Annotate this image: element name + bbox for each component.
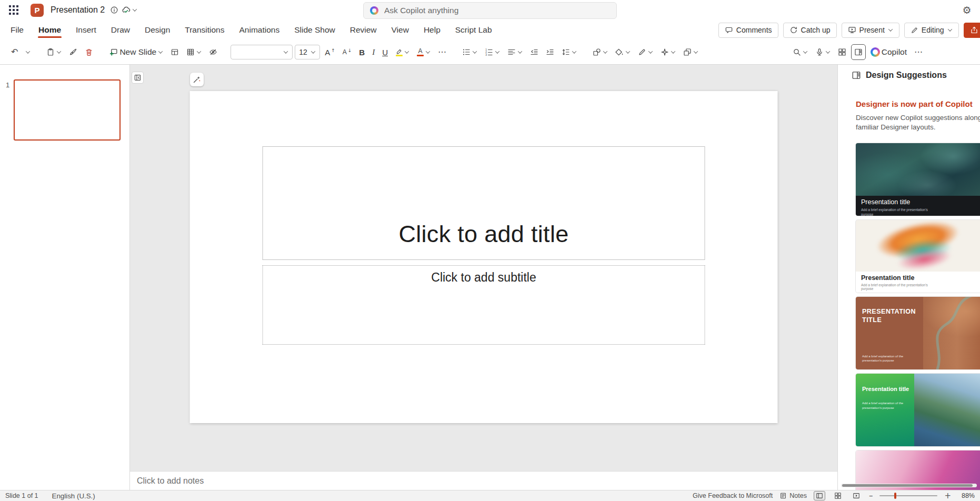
- more-font-options-button[interactable]: ⋯: [435, 44, 449, 61]
- ribbon-more-button[interactable]: ⋯: [912, 44, 925, 61]
- design-suggestion-card[interactable]: PRESENTATION TITLE Add a brief explanati…: [856, 297, 980, 369]
- copilot-search-box[interactable]: [363, 2, 617, 19]
- tab-animations[interactable]: Animations: [232, 20, 287, 40]
- font-family-select[interactable]: [231, 45, 293, 59]
- designer-suggestion-button[interactable]: [190, 73, 204, 86]
- design-suggestion-list: Presentation title Add a brief explanati…: [856, 143, 980, 490]
- present-button[interactable]: Present: [842, 23, 899, 38]
- dictate-button[interactable]: [813, 44, 833, 61]
- chevron-down-icon: [404, 49, 409, 55]
- italic-button[interactable]: I: [369, 44, 377, 61]
- numbering-button[interactable]: 123: [482, 44, 503, 61]
- slide-thumbnail-pane: 1: [0, 65, 130, 490]
- notes-area[interactable]: Click to add notes: [130, 471, 837, 490]
- slide-sorter-view-button[interactable]: [832, 491, 844, 500]
- bullets-button[interactable]: [459, 44, 480, 61]
- font-size-select[interactable]: 12: [295, 45, 320, 59]
- catch-up-button[interactable]: Catch up: [783, 23, 837, 38]
- shape-fill-button[interactable]: [613, 44, 633, 61]
- search-input[interactable]: [383, 5, 610, 16]
- zoom-level[interactable]: 88%: [958, 492, 975, 499]
- text-highlight-button[interactable]: [393, 44, 412, 61]
- tab-transitions[interactable]: Transitions: [177, 20, 232, 40]
- tab-view[interactable]: View: [384, 20, 416, 40]
- save-status-button[interactable]: [122, 6, 137, 15]
- tab-insert[interactable]: Insert: [68, 20, 104, 40]
- normal-view-button[interactable]: [814, 491, 825, 500]
- undo-dropdown-button[interactable]: [23, 44, 33, 61]
- design-suggestion-card[interactable]: Presentation title Add a brief explanati…: [856, 374, 980, 446]
- tab-slide-show[interactable]: Slide Show: [287, 20, 343, 40]
- decrease-indent-button[interactable]: [527, 44, 541, 61]
- copilot-button[interactable]: Copilot: [868, 44, 909, 61]
- tab-design[interactable]: Design: [137, 20, 177, 40]
- underline-button[interactable]: U: [379, 44, 391, 61]
- language-status-button[interactable]: English (U.S.): [52, 492, 95, 500]
- share-button[interactable]: Share: [964, 23, 980, 38]
- notes-toggle-label: Notes: [789, 492, 807, 499]
- new-slide-button[interactable]: New Slide: [106, 44, 166, 61]
- hide-slide-button[interactable]: [206, 44, 220, 61]
- arrange-button[interactable]: [681, 44, 701, 61]
- zoom-slider-thumb[interactable]: [894, 493, 896, 499]
- collapse-thumbnails-button[interactable]: [132, 72, 144, 84]
- tab-file[interactable]: File: [3, 20, 31, 40]
- undo-button[interactable]: ↶: [8, 44, 21, 61]
- info-button[interactable]: [110, 6, 118, 14]
- tab-help[interactable]: Help: [416, 20, 448, 40]
- delete-button[interactable]: [82, 44, 96, 61]
- subtitle-placeholder[interactable]: Click to add subtitle: [263, 265, 705, 345]
- increase-indent-button[interactable]: [543, 44, 557, 61]
- line-spacing-button[interactable]: [559, 44, 579, 61]
- settings-button[interactable]: ⚙: [959, 2, 975, 18]
- card-subtitle: Add a brief explanation of the presentat…: [862, 401, 911, 410]
- app-launcher-button[interactable]: [5, 2, 22, 18]
- slide: Click to add title Click to add subtitle: [190, 91, 778, 423]
- notes-toggle-button[interactable]: Notes: [779, 492, 807, 499]
- find-button[interactable]: [790, 44, 811, 61]
- fill-color-icon: [615, 48, 624, 56]
- feedback-button[interactable]: Give Feedback to Microsoft: [693, 492, 773, 499]
- card-thumbnail-image: [856, 143, 980, 196]
- shapes-button[interactable]: [590, 44, 611, 61]
- title-placeholder[interactable]: Click to add title: [263, 146, 705, 260]
- gear-icon: ⚙: [962, 5, 971, 15]
- slide-layout-button[interactable]: [168, 44, 182, 61]
- shrink-font-button[interactable]: A ↓: [340, 44, 355, 61]
- tab-review[interactable]: Review: [343, 20, 384, 40]
- format-painter-button[interactable]: [66, 44, 80, 61]
- comments-button[interactable]: Comments: [718, 23, 778, 38]
- align-button[interactable]: [505, 44, 525, 61]
- editing-label: Editing: [922, 26, 944, 34]
- design-suggestion-card[interactable]: Presentation title Add a brief explanati…: [856, 220, 980, 293]
- shape-outline-button[interactable]: [635, 44, 656, 61]
- document-title[interactable]: Presentation 2: [51, 5, 105, 15]
- card-caption: Presentation title Add a brief explanati…: [856, 196, 980, 216]
- bold-button[interactable]: B: [356, 44, 367, 61]
- tab-home[interactable]: Home: [31, 20, 68, 40]
- table-button[interactable]: [184, 44, 204, 61]
- shape-effects-button[interactable]: [658, 44, 678, 61]
- editing-mode-button[interactable]: Editing: [904, 23, 959, 38]
- designer-pane-toggle-button[interactable]: [851, 44, 866, 60]
- grid-view-button[interactable]: [835, 44, 849, 61]
- font-color-button[interactable]: A: [414, 44, 433, 61]
- tab-draw[interactable]: Draw: [104, 20, 137, 40]
- more-icon: ⋯: [438, 48, 446, 56]
- zoom-in-button[interactable]: +: [944, 492, 951, 500]
- scrollbar-thumb[interactable]: [842, 484, 973, 487]
- horizontal-scrollbar[interactable]: [841, 484, 977, 487]
- slideshow-view-button[interactable]: [851, 491, 862, 500]
- comments-icon: [725, 26, 733, 34]
- tab-script-lab[interactable]: Script Lab: [448, 20, 499, 40]
- design-suggestion-card[interactable]: Presentation title Add a brief explanati…: [856, 143, 980, 216]
- paste-button[interactable]: [44, 44, 64, 61]
- zoom-out-button[interactable]: –: [869, 492, 873, 500]
- chevron-down-icon: [425, 49, 431, 55]
- grow-font-button[interactable]: A ↑: [322, 44, 338, 61]
- statusbar-left: Slide 1 of 1 English (U.S.): [5, 492, 95, 500]
- slide-thumbnail[interactable]: [14, 79, 121, 141]
- catch-up-label: Catch up: [801, 26, 831, 34]
- topbar: P Presentation 2 ⚙: [0, 0, 980, 20]
- zoom-slider[interactable]: [879, 492, 937, 499]
